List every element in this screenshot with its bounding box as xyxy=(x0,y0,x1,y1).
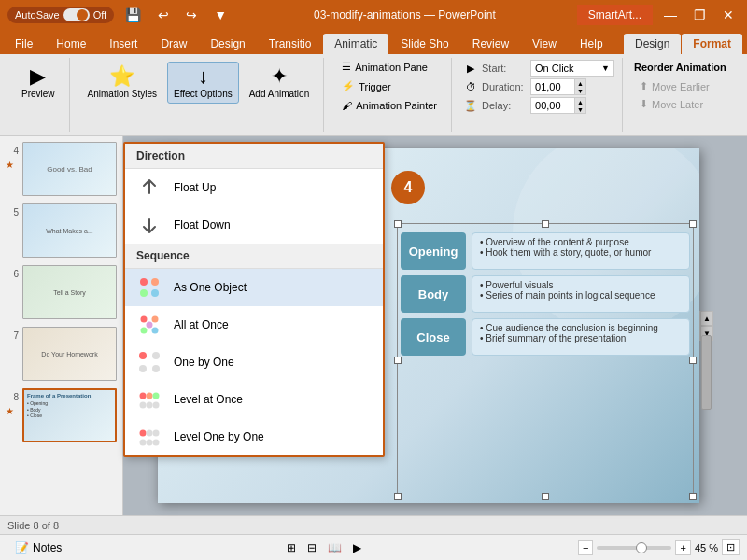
tab-slideshow[interactable]: Slide Sho xyxy=(389,34,459,54)
all-at-once-item[interactable]: All at Once xyxy=(125,306,383,343)
slide-number: 4 xyxy=(6,142,19,156)
tab-transitions[interactable]: Transitio xyxy=(258,34,323,54)
tab-help[interactable]: Help xyxy=(569,34,614,54)
add-animation-button[interactable]: ✦ Add Animation xyxy=(243,62,317,104)
preview-icon: ▶ xyxy=(30,66,46,87)
selection-handle[interactable] xyxy=(394,493,402,500)
animation-styles-button[interactable]: ⭐ Animation Styles xyxy=(81,62,163,104)
delay-spin[interactable]: ▲ ▼ xyxy=(574,98,585,113)
move-earlier-label: Move Earlier xyxy=(652,81,710,92)
selection-handle[interactable] xyxy=(689,357,697,364)
duration-down-button[interactable]: ▼ xyxy=(574,87,585,94)
level-at-once-item[interactable]: Level at Once xyxy=(125,381,383,418)
selection-handle[interactable] xyxy=(542,220,549,228)
start-label: Start: xyxy=(482,63,527,74)
level-one-by-one-item[interactable]: Level One by One xyxy=(125,418,383,455)
delay-down-button[interactable]: ▼ xyxy=(574,105,585,113)
animation-pane-label: Animation Pane xyxy=(355,62,428,73)
zoom-in-button[interactable]: + xyxy=(675,540,690,555)
normal-view-button[interactable]: ⊞ xyxy=(282,539,301,557)
delay-label: Delay: xyxy=(482,100,527,111)
autosave-toggle[interactable] xyxy=(63,8,90,21)
svg-point-16 xyxy=(140,402,147,409)
title-bar-left: AutoSave Off 💾 ↩ ↪ ▼ xyxy=(7,6,233,24)
tab-home[interactable]: Home xyxy=(45,34,97,54)
list-item: 4 ★ Good vs. Bad xyxy=(4,140,119,198)
one-by-one-item[interactable]: One by One xyxy=(125,343,383,381)
save-button[interactable]: 💾 xyxy=(120,6,147,24)
delay-input[interactable]: 00,00 ▲ ▼ xyxy=(530,97,586,114)
smartart-tab: SmartArt... xyxy=(577,5,653,25)
slide-thumbnail[interactable]: Tell a Story xyxy=(22,265,117,319)
zoom-thumb[interactable] xyxy=(636,542,647,553)
slideshow-button[interactable]: ▶ xyxy=(348,539,366,557)
selection-handle[interactable] xyxy=(689,220,697,228)
svg-point-18 xyxy=(153,402,160,409)
tab-context-design[interactable]: Design xyxy=(624,34,681,54)
tab-animations[interactable]: Animatic xyxy=(323,34,388,54)
tab-context-format[interactable]: Format xyxy=(682,34,742,54)
duration-icon: ⏱ xyxy=(463,79,478,94)
start-dropdown[interactable]: On Click ▼ xyxy=(530,60,614,77)
all-at-once-label: All at Once xyxy=(174,318,229,331)
duration-up-button[interactable]: ▲ xyxy=(574,79,585,87)
scroll-thumb[interactable] xyxy=(701,335,712,410)
customize-button[interactable]: ▼ xyxy=(208,6,233,24)
add-animation-label: Add Animation xyxy=(249,89,310,99)
animation-painter-button[interactable]: 🖌 Animation Painter xyxy=(335,97,444,114)
effect-options-button[interactable]: ↓ Effect Options xyxy=(167,62,239,104)
zoom-slider[interactable] xyxy=(597,546,671,550)
undo-button[interactable]: ↩ xyxy=(152,6,175,24)
float-down-item[interactable]: Float Down xyxy=(125,206,383,244)
animation-pane-icon: ☰ xyxy=(342,61,351,73)
tab-view[interactable]: View xyxy=(521,34,568,54)
redo-button[interactable]: ↪ xyxy=(180,6,203,24)
slide-thumbnail[interactable]: Good vs. Bad xyxy=(22,142,117,196)
fit-slide-button[interactable]: ⊡ xyxy=(722,539,740,555)
one-by-one-label: One by One xyxy=(174,356,234,369)
scroll-up-button[interactable]: ▲ xyxy=(700,311,713,326)
trigger-button[interactable]: ⚡ Trigger xyxy=(335,77,444,95)
selection-handle[interactable] xyxy=(689,493,697,500)
svg-point-21 xyxy=(153,430,160,437)
tab-draw[interactable]: Draw xyxy=(149,34,198,54)
delay-up-button[interactable]: ▲ xyxy=(574,98,585,105)
restore-button[interactable]: ❐ xyxy=(688,6,712,24)
tab-review[interactable]: Review xyxy=(461,34,520,54)
ribbon-tabs: File Home Insert Draw Design Transitio A… xyxy=(0,30,747,54)
move-later-button[interactable]: ⬇ Move Later xyxy=(634,96,726,112)
tab-design[interactable]: Design xyxy=(199,34,256,54)
smartart-container: Opening • Overview of the content & purp… xyxy=(401,232,690,494)
smartart-content-body: • Powerful visuals• Series of main point… xyxy=(472,275,690,313)
reading-view-button[interactable]: 📖 xyxy=(323,539,346,557)
tab-file[interactable]: File xyxy=(4,34,44,54)
float-up-item[interactable]: Float Up xyxy=(125,169,383,206)
svg-point-20 xyxy=(147,430,153,437)
ribbon-group-reorder: Reorder Animation ⬆ Move Earlier ⬇ Move … xyxy=(627,58,734,132)
duration-spin[interactable]: ▲ ▼ xyxy=(574,79,585,94)
ribbon-group-advanced: ☰ Animation Pane ⚡ Trigger 🖌 Animation P… xyxy=(328,58,452,132)
slide-number: 8 xyxy=(6,388,19,402)
preview-button[interactable]: ▶ Preview xyxy=(15,62,62,104)
slide-sorter-button[interactable]: ⊟ xyxy=(303,539,321,557)
view-buttons: ⊞ ⊟ 📖 ▶ xyxy=(282,539,366,557)
animation-pane-button[interactable]: ☰ Animation Pane xyxy=(335,58,444,76)
ribbon-group-animations: ⭐ Animation Styles ↓ Effect Options ✦ Ad… xyxy=(74,58,325,132)
selection-handle[interactable] xyxy=(542,493,549,500)
tab-insert[interactable]: Insert xyxy=(98,34,148,54)
move-earlier-button[interactable]: ⬆ Move Earlier xyxy=(634,78,726,94)
as-one-object-item[interactable]: As One Object xyxy=(125,269,383,306)
autosave-label: AutoSave xyxy=(15,9,60,21)
slide-thumbnail[interactable]: Frame of a Presentation • Opening• Body•… xyxy=(22,388,117,442)
slide-thumbnail[interactable]: Do Your Homework xyxy=(22,327,117,381)
zoom-out-button[interactable]: − xyxy=(578,540,593,555)
slide-thumbnail[interactable]: What Makes a... xyxy=(22,203,117,258)
close-button[interactable]: ✕ xyxy=(717,6,740,24)
level-at-once-label: Level at Once xyxy=(174,393,243,406)
minimize-button[interactable]: — xyxy=(658,6,683,24)
duration-input[interactable]: 01,00 ▲ ▼ xyxy=(530,78,586,95)
notes-button[interactable]: 📝 Notes xyxy=(7,539,69,556)
trigger-label: Trigger xyxy=(359,81,390,92)
selection-handle[interactable] xyxy=(394,220,402,228)
list-item: 8 ★ Frame of a Presentation • Opening• B… xyxy=(4,386,119,444)
